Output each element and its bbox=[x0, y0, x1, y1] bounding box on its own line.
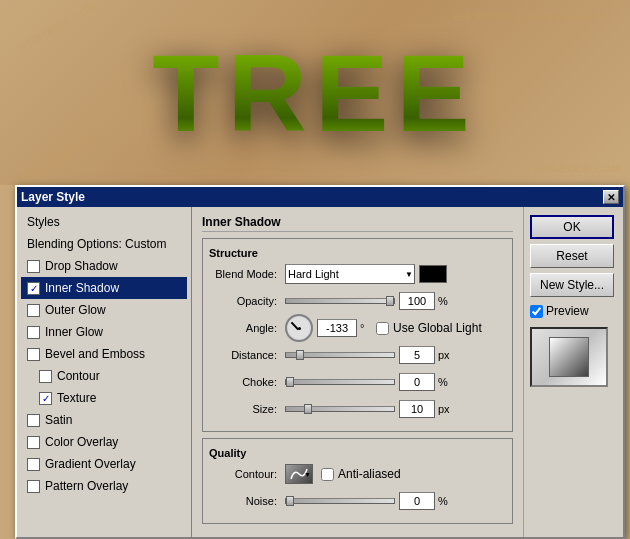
distance-thumb[interactable] bbox=[296, 350, 304, 360]
contour-row: Contour: ▼ Anti-aliased bbox=[209, 463, 506, 485]
sidebar-item-bevel-emboss[interactable]: Bevel and Emboss bbox=[21, 343, 187, 365]
sidebar-item-texture[interactable]: ✓ Texture bbox=[21, 387, 187, 409]
size-unit: px bbox=[438, 403, 454, 415]
sidebar-item-contour[interactable]: Contour bbox=[21, 365, 187, 387]
sidebar-item-styles[interactable]: Styles bbox=[21, 211, 187, 233]
sidebar-item-pattern-overlay[interactable]: Pattern Overlay bbox=[21, 475, 187, 497]
bevel-emboss-checkbox[interactable] bbox=[27, 348, 40, 361]
preview-swatch bbox=[530, 327, 608, 387]
anti-aliased-checkbox[interactable] bbox=[321, 468, 334, 481]
distance-unit: px bbox=[438, 349, 454, 361]
ok-button[interactable]: OK bbox=[530, 215, 614, 239]
opacity-slider[interactable] bbox=[285, 298, 395, 304]
opacity-unit: % bbox=[438, 295, 454, 307]
new-style-button[interactable]: New Style... bbox=[530, 273, 614, 297]
preview-inner-swatch bbox=[549, 337, 589, 377]
choke-row: Choke: % bbox=[209, 371, 506, 393]
contour-preview-box[interactable]: ▼ bbox=[285, 464, 313, 484]
angle-row: Angle: ° Use Global Light bbox=[209, 317, 506, 339]
distance-label: Distance: bbox=[209, 349, 277, 361]
drop-shadow-checkbox[interactable] bbox=[27, 260, 40, 273]
sidebar-item-color-overlay[interactable]: Color Overlay bbox=[21, 431, 187, 453]
sidebar-item-outer-glow[interactable]: Outer Glow bbox=[21, 299, 187, 321]
preview-label: Preview bbox=[546, 304, 589, 318]
blend-mode-color-swatch[interactable] bbox=[419, 265, 447, 283]
close-button[interactable]: ✕ bbox=[603, 190, 619, 204]
watermark-tr: 思缘设计论坛 www.missyuan.com bbox=[452, 10, 610, 24]
preview-checkbox-row: Preview bbox=[530, 304, 617, 318]
layer-style-dialog: Layer Style ✕ Styles Blending Options: C… bbox=[15, 185, 625, 539]
opacity-label: Opacity: bbox=[209, 295, 277, 307]
right-panel: OK Reset New Style... Preview bbox=[523, 207, 623, 537]
blend-mode-wrapper: Hard Light ▼ bbox=[285, 264, 415, 284]
quality-title: Quality bbox=[209, 447, 506, 459]
choke-label: Choke: bbox=[209, 376, 277, 388]
sidebar-item-drop-shadow[interactable]: Drop Shadow bbox=[21, 255, 187, 277]
section-title: Inner Shadow bbox=[202, 215, 513, 232]
watermark-bl: PSD-DUDE.COM bbox=[18, 132, 99, 185]
choke-unit: % bbox=[438, 376, 454, 388]
opacity-input[interactable] bbox=[399, 292, 435, 310]
sidebar-item-inner-glow[interactable]: Inner Glow bbox=[21, 321, 187, 343]
preview-checkbox[interactable] bbox=[530, 305, 543, 318]
blend-mode-select[interactable]: Hard Light bbox=[285, 264, 415, 284]
distance-input[interactable] bbox=[399, 346, 435, 364]
noise-slider[interactable] bbox=[285, 498, 395, 504]
distance-slider[interactable] bbox=[285, 352, 395, 358]
size-row: Size: px bbox=[209, 398, 506, 420]
gradient-overlay-checkbox[interactable] bbox=[27, 458, 40, 471]
reset-button[interactable]: Reset bbox=[530, 244, 614, 268]
sidebar-item-gradient-overlay[interactable]: Gradient Overlay bbox=[21, 453, 187, 475]
structure-section: Structure Blend Mode: Hard Light ▼ Opaci… bbox=[202, 238, 513, 432]
angle-label: Angle: bbox=[209, 322, 277, 334]
use-global-light-checkbox[interactable] bbox=[376, 322, 389, 335]
noise-label: Noise: bbox=[209, 495, 277, 507]
size-label: Size: bbox=[209, 403, 277, 415]
texture-checkbox[interactable]: ✓ bbox=[39, 392, 52, 405]
opacity-row: Opacity: % bbox=[209, 290, 506, 312]
blend-mode-label: Blend Mode: bbox=[209, 268, 277, 280]
color-overlay-checkbox[interactable] bbox=[27, 436, 40, 449]
dialog-title: Layer Style bbox=[21, 190, 85, 204]
satin-checkbox[interactable] bbox=[27, 414, 40, 427]
inner-shadow-checkbox[interactable]: ✓ bbox=[27, 282, 40, 295]
left-panel: Styles Blending Options: Custom Drop Sha… bbox=[17, 207, 192, 537]
angle-widget[interactable] bbox=[285, 314, 313, 342]
size-thumb[interactable] bbox=[304, 404, 312, 414]
contour-label: Contour: bbox=[209, 468, 277, 480]
opacity-thumb[interactable] bbox=[386, 296, 394, 306]
center-panel: Inner Shadow Structure Blend Mode: Hard … bbox=[192, 207, 523, 537]
contour-checkbox[interactable] bbox=[39, 370, 52, 383]
pattern-overlay-checkbox[interactable] bbox=[27, 480, 40, 493]
choke-input[interactable] bbox=[399, 373, 435, 391]
sidebar-item-satin[interactable]: Satin bbox=[21, 409, 187, 431]
watermark-br: PSD-DUDE.COM bbox=[534, 163, 620, 175]
preview-area: PSD-DUDE.COM 思缘设计论坛 www.missyuan.com PSD… bbox=[0, 0, 630, 185]
choke-slider[interactable] bbox=[285, 379, 395, 385]
sidebar-item-blending[interactable]: Blending Options: Custom bbox=[21, 233, 187, 255]
angle-input[interactable] bbox=[317, 319, 357, 337]
inner-glow-checkbox[interactable] bbox=[27, 326, 40, 339]
size-slider[interactable] bbox=[285, 406, 395, 412]
watermark-tl: PSD-DUDE.COM bbox=[18, 0, 99, 53]
outer-glow-checkbox[interactable] bbox=[27, 304, 40, 317]
size-input[interactable] bbox=[399, 400, 435, 418]
sidebar-item-inner-shadow[interactable]: ✓ Inner Shadow bbox=[21, 277, 187, 299]
noise-row: Noise: % bbox=[209, 490, 506, 512]
angle-unit: ° bbox=[360, 322, 376, 334]
dialog-body: Styles Blending Options: Custom Drop Sha… bbox=[17, 207, 623, 537]
contour-dropdown-arrow: ▼ bbox=[304, 471, 311, 478]
dialog-titlebar: Layer Style ✕ bbox=[17, 187, 623, 207]
noise-thumb[interactable] bbox=[286, 496, 294, 506]
quality-section: Quality Contour: ▼ Anti-aliased Noise bbox=[202, 438, 513, 524]
choke-thumb[interactable] bbox=[286, 377, 294, 387]
anti-aliased-label: Anti-aliased bbox=[338, 467, 401, 481]
blend-mode-row: Blend Mode: Hard Light ▼ bbox=[209, 263, 506, 285]
use-global-light-label: Use Global Light bbox=[393, 321, 482, 335]
noise-input[interactable] bbox=[399, 492, 435, 510]
preview-text: TREE bbox=[152, 29, 477, 156]
structure-title: Structure bbox=[209, 247, 506, 259]
distance-row: Distance: px bbox=[209, 344, 506, 366]
angle-line bbox=[291, 322, 299, 331]
noise-unit: % bbox=[438, 495, 454, 507]
